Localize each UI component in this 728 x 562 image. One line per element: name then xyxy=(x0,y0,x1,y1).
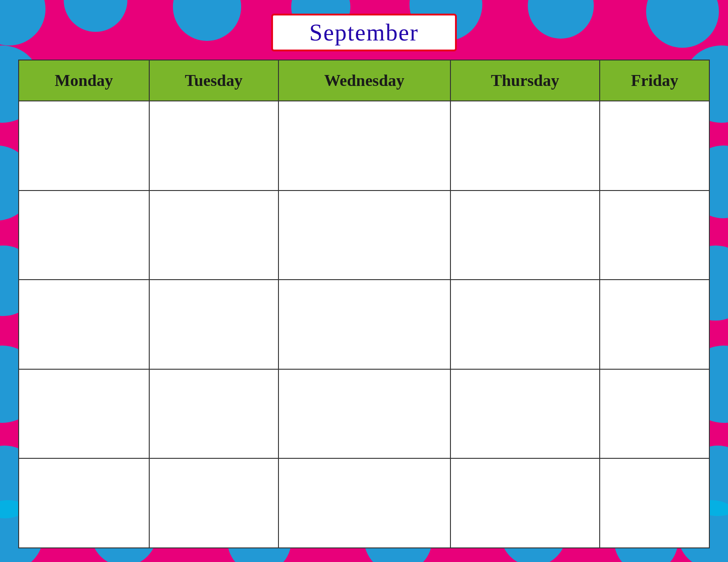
cell-row1-tuesday[interactable] xyxy=(149,101,278,191)
header-friday: Friday xyxy=(600,60,709,101)
cell-row1-wednesday[interactable] xyxy=(278,101,450,191)
cell-row2-thursday[interactable] xyxy=(450,191,600,280)
header-monday: Monday xyxy=(19,60,149,101)
cell-row1-monday[interactable] xyxy=(19,101,149,191)
cell-row3-wednesday[interactable] xyxy=(278,280,450,369)
cell-row1-friday[interactable] xyxy=(600,101,709,191)
header-thursday: Thursday xyxy=(450,60,600,101)
cell-row3-tuesday[interactable] xyxy=(149,280,278,369)
cell-row5-monday[interactable] xyxy=(19,458,149,548)
cell-row4-tuesday[interactable] xyxy=(149,369,278,459)
calendar-row xyxy=(19,280,709,369)
cell-row5-friday[interactable] xyxy=(600,458,709,548)
cell-row4-friday[interactable] xyxy=(600,369,709,459)
calendar-row xyxy=(19,191,709,280)
cell-row3-friday[interactable] xyxy=(600,280,709,369)
calendar-grid: Monday Tuesday Wednesday Thursday Friday xyxy=(18,60,710,548)
cell-row5-thursday[interactable] xyxy=(450,458,600,548)
cell-row5-tuesday[interactable] xyxy=(149,458,278,548)
cell-row1-thursday[interactable] xyxy=(450,101,600,191)
cell-row2-tuesday[interactable] xyxy=(149,191,278,280)
calendar-row xyxy=(19,458,709,548)
month-title: September xyxy=(309,20,419,45)
cell-row4-monday[interactable] xyxy=(19,369,149,459)
cell-row3-thursday[interactable] xyxy=(450,280,600,369)
cell-row2-monday[interactable] xyxy=(19,191,149,280)
cell-row5-wednesday[interactable] xyxy=(278,458,450,548)
cell-row2-wednesday[interactable] xyxy=(278,191,450,280)
calendar-header-row: Monday Tuesday Wednesday Thursday Friday xyxy=(19,60,709,101)
calendar-row xyxy=(19,101,709,191)
cell-row4-thursday[interactable] xyxy=(450,369,600,459)
cell-row4-wednesday[interactable] xyxy=(278,369,450,459)
month-title-container: September xyxy=(271,14,457,51)
header-wednesday: Wednesday xyxy=(278,60,450,101)
calendar-row xyxy=(19,369,709,459)
calendar-wrapper: September Monday Tuesday Wednesday Thurs… xyxy=(18,14,710,548)
cell-row2-friday[interactable] xyxy=(600,191,709,280)
header-tuesday: Tuesday xyxy=(149,60,278,101)
cell-row3-monday[interactable] xyxy=(19,280,149,369)
